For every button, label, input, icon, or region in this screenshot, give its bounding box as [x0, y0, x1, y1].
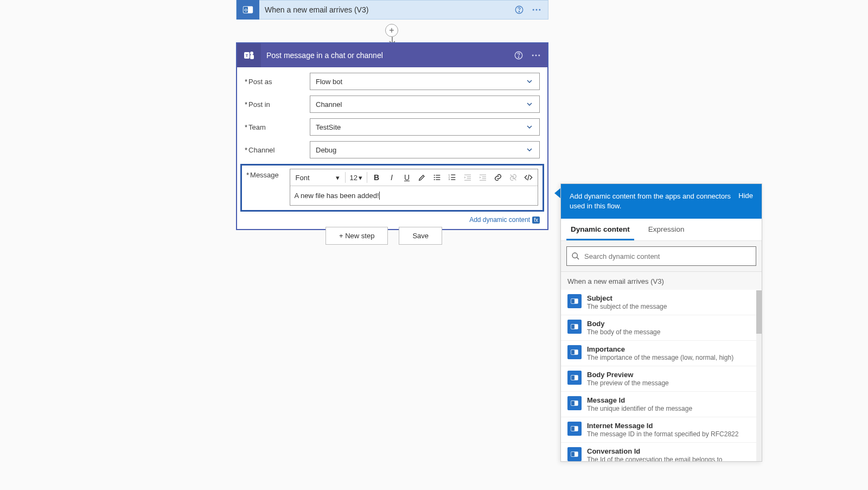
outlook-icon [567, 396, 582, 410]
add-step-button[interactable]: + [385, 24, 398, 37]
svg-point-4 [519, 11, 519, 12]
message-editor[interactable]: Font ▾ 12 ▾ B I U [290, 169, 538, 206]
bold-button[interactable]: B [371, 171, 382, 183]
dynamic-content-item[interactable]: Conversation IdThe Id of the conversatio… [561, 443, 762, 461]
svg-point-7 [539, 9, 540, 11]
number-list-button[interactable]: 123 [446, 171, 458, 183]
caret-down-icon: ▾ [336, 174, 340, 182]
channel-dropdown[interactable]: Debug [310, 141, 540, 158]
group-title: When a new email arrives (V3) [561, 272, 762, 290]
dynamic-content-list[interactable]: SubjectThe subject of the messageBodyThe… [561, 290, 762, 461]
svg-point-37 [572, 253, 577, 258]
action-header[interactable]: T Post message in a chat or channel [237, 43, 547, 67]
svg-point-19 [434, 177, 435, 178]
item-name: Conversation Id [587, 447, 723, 455]
help-icon[interactable] [513, 4, 525, 16]
dropdown-value: Debug [316, 146, 525, 154]
link-button[interactable] [492, 171, 504, 183]
italic-button[interactable]: I [386, 171, 398, 183]
post-as-dropdown[interactable]: Flow bot [310, 73, 540, 90]
svg-text:3: 3 [449, 178, 450, 181]
post-in-dropdown[interactable]: Channel [310, 96, 540, 113]
outlook-icon [567, 345, 582, 359]
chevron-down-icon [525, 123, 534, 131]
dropdown-value: Channel [316, 100, 525, 109]
dynamic-content-item[interactable]: Internet Message IdThe message ID in the… [561, 417, 762, 443]
highlight-button[interactable] [416, 171, 428, 183]
font-selector[interactable]: Font ▾ [293, 173, 342, 183]
trigger-card[interactable]: O When a new email arrives (V3) [236, 0, 548, 20]
help-icon[interactable] [513, 49, 525, 61]
new-step-button[interactable]: + New step [326, 227, 388, 245]
outlook-icon [567, 447, 582, 461]
unlink-button[interactable] [507, 171, 519, 183]
action-body: *Post as Flow bot *Post in Channel *Team… [237, 67, 547, 215]
team-dropdown[interactable]: TestSite [310, 118, 540, 136]
field-post-in: *Post in Channel [245, 96, 540, 113]
item-desc: The message ID in the format specified b… [587, 430, 738, 438]
underline-button[interactable]: U [401, 171, 413, 183]
svg-point-17 [434, 175, 435, 176]
search-icon [571, 252, 580, 260]
search-input-wrap [566, 246, 756, 266]
svg-point-5 [533, 9, 534, 11]
more-icon[interactable] [531, 4, 542, 16]
bullet-list-button[interactable] [431, 171, 443, 183]
svg-rect-34 [482, 176, 486, 177]
fx-icon: fx [532, 217, 540, 224]
field-label: *Post in [245, 100, 310, 109]
item-desc: The preview of the message [587, 379, 669, 387]
item-name: Importance [587, 345, 733, 353]
panel-header: Add dynamic content from the apps and co… [561, 184, 762, 219]
dropdown-value: Flow bot [316, 78, 525, 86]
item-name: Body Preview [587, 371, 669, 379]
code-view-button[interactable] [522, 171, 534, 183]
tab-expression[interactable]: Expression [644, 219, 689, 240]
search-input[interactable] [584, 252, 751, 260]
field-post-as: *Post as Flow bot [245, 73, 540, 90]
outdent-button[interactable] [462, 171, 474, 183]
dynamic-content-item[interactable]: Body PreviewThe preview of the message [561, 366, 762, 392]
tab-dynamic-content[interactable]: Dynamic content [566, 219, 634, 240]
editor-content[interactable]: A new file has been added! [290, 186, 538, 205]
svg-rect-22 [436, 179, 440, 180]
svg-rect-18 [436, 175, 440, 175]
editor-toolbar: Font ▾ 12 ▾ B I U [290, 169, 538, 186]
more-icon[interactable] [530, 49, 542, 61]
dynamic-content-item[interactable]: ImportanceThe importance of the message … [561, 341, 762, 366]
outlook-icon [567, 371, 582, 385]
item-name: Internet Message Id [587, 422, 738, 430]
svg-rect-35 [482, 178, 486, 179]
field-label: *Team [245, 123, 310, 131]
size-label: 12 [350, 174, 358, 182]
outlook-icon [567, 422, 582, 436]
chevron-down-icon [525, 77, 534, 86]
indent-button[interactable] [477, 171, 489, 183]
svg-rect-20 [436, 177, 440, 177]
save-button[interactable]: Save [399, 227, 442, 245]
scroll-thumb[interactable] [756, 290, 762, 334]
hide-button[interactable]: Hide [738, 192, 753, 200]
svg-point-15 [535, 55, 537, 56]
panel-description: Add dynamic content from the apps and co… [570, 192, 733, 211]
dynamic-content-item[interactable]: Message IdThe unique identifier of the m… [561, 392, 762, 417]
outlook-icon: O [237, 0, 259, 20]
svg-rect-31 [467, 178, 471, 179]
scrollbar[interactable] [756, 290, 762, 461]
size-selector[interactable]: 12 ▾ [349, 173, 363, 183]
svg-rect-45 [571, 376, 575, 380]
svg-rect-33 [480, 175, 486, 175]
svg-rect-30 [467, 176, 471, 177]
field-message: *Message Font ▾ 12 ▾ [240, 164, 544, 212]
dynamic-content-item[interactable]: SubjectThe subject of the message [561, 290, 762, 315]
svg-rect-43 [571, 350, 575, 354]
item-desc: The Id of the conversation the email bel… [587, 456, 723, 461]
dynamic-content-item[interactable]: BodyThe body of the message [561, 315, 762, 341]
svg-point-13 [518, 57, 519, 58]
dynamic-content-panel: Add dynamic content from the apps and co… [560, 183, 762, 462]
item-desc: The body of the message [587, 328, 660, 336]
teams-icon: T [237, 43, 261, 67]
item-name: Body [587, 320, 660, 328]
field-team: *Team TestSite [245, 118, 540, 136]
svg-rect-26 [451, 177, 455, 177]
